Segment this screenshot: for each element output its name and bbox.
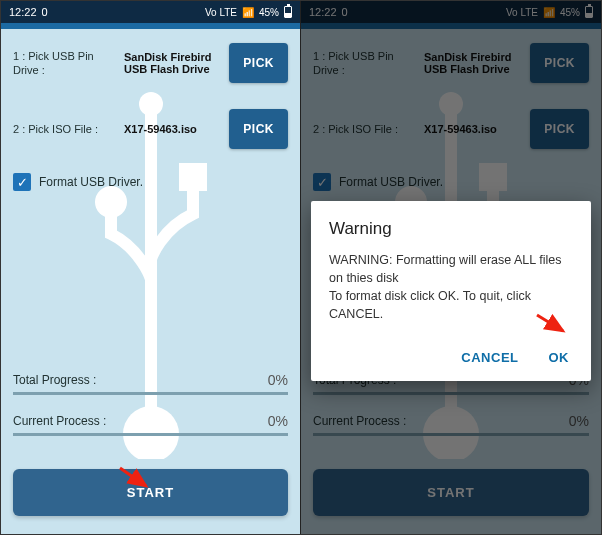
status-time: 12:22	[9, 6, 37, 18]
current-process-bar	[13, 433, 288, 436]
status-kb: 0	[42, 6, 48, 18]
ok-button[interactable]: OK	[545, 344, 574, 371]
dialog-title: Warning	[329, 219, 573, 239]
dialog-line2: To format disk click OK. To quit, click …	[329, 287, 573, 323]
current-process-label: Current Process :	[13, 414, 106, 428]
signal-icon: 📶	[242, 7, 254, 18]
status-bar: 12:22 0 Vo LTE 📶 45%	[1, 1, 300, 23]
row2-value: X17-59463.iso	[124, 123, 223, 135]
battery-icon	[284, 6, 292, 18]
phone-right: 12:22 0 Vo LTE 📶 45%	[301, 1, 601, 534]
warning-dialog: Warning WARNING: Formatting will erase A…	[311, 201, 591, 381]
pick-usb-button[interactable]: PICK	[229, 43, 288, 83]
dialog-line1: WARNING: Formatting will erase ALL files…	[329, 251, 573, 287]
checkbox-checked-icon[interactable]: ✓	[13, 173, 31, 191]
total-progress-value: 0%	[268, 372, 288, 388]
total-progress-bar	[13, 392, 288, 395]
row1-label: 1 : Pick USB Pin Drive :	[13, 49, 118, 78]
row-pick-iso: 2 : Pick ISO File : X17-59463.iso PICK	[13, 107, 288, 151]
pick-iso-button[interactable]: PICK	[229, 109, 288, 149]
start-button[interactable]: START	[13, 469, 288, 516]
total-progress-label: Total Progress :	[13, 373, 96, 387]
current-process-value: 0%	[268, 413, 288, 429]
row1-value: SanDisk Firebird USB Flash Drive	[124, 51, 223, 75]
phone-left: 12:22 0 Vo LTE 📶 45%	[1, 1, 301, 534]
cancel-button[interactable]: CANCEL	[457, 344, 522, 371]
status-net: Vo LTE	[205, 7, 237, 18]
status-battery-pct: 45%	[259, 7, 279, 18]
format-checkbox-row[interactable]: ✓ Format USB Driver.	[13, 173, 288, 191]
format-label: Format USB Driver.	[39, 175, 143, 189]
row2-label: 2 : Pick ISO File :	[13, 122, 118, 136]
row-pick-usb: 1 : Pick USB Pin Drive : SanDisk Firebir…	[13, 41, 288, 85]
